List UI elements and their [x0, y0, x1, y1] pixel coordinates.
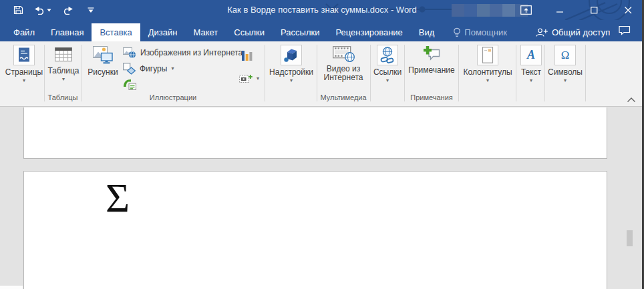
- table-button[interactable]: Таблица ▾: [47, 45, 80, 82]
- collapse-ribbon-button[interactable]: [627, 93, 636, 105]
- addins-button[interactable]: Надстройки ▾: [268, 45, 315, 83]
- screenshot-icon: [239, 73, 253, 84]
- tab-review[interactable]: Рецензирование: [327, 23, 410, 41]
- omega-icon: Ω: [561, 49, 570, 62]
- tab-insert[interactable]: Вставка: [92, 23, 140, 41]
- text-iconbox: A: [520, 45, 542, 65]
- dropdown-icon: ▾: [290, 78, 293, 83]
- group-separator: [544, 45, 545, 101]
- online-pictures-icon: [123, 47, 136, 59]
- tab-file[interactable]: Файл: [5, 23, 43, 41]
- online-pictures-button[interactable]: Изображения из Интернета: [123, 47, 243, 59]
- dropdown-icon: ▾: [564, 78, 567, 83]
- ribbon-display-options-icon[interactable]: [518, 3, 533, 17]
- group-label-tables: Таблицы: [41, 93, 84, 101]
- chart-button[interactable]: [242, 48, 253, 61]
- minimize-button[interactable]: [552, 3, 567, 17]
- shapes-icon: [123, 63, 136, 75]
- close-button[interactable]: [621, 3, 636, 17]
- tab-references[interactable]: Ссылки: [226, 23, 273, 41]
- links-globe-icon: [379, 47, 395, 64]
- group-separator: [265, 45, 265, 101]
- sigma-symbol: Σ: [106, 177, 130, 218]
- group-label-comments: Примечания: [404, 93, 459, 101]
- document-page-2[interactable]: Σ: [23, 171, 607, 289]
- chart-icon: [242, 48, 253, 61]
- shapes-button[interactable]: Фигуры ▾: [123, 63, 174, 75]
- dropdown-icon: ▾: [530, 78, 532, 83]
- tab-mailings[interactable]: Рассылки: [273, 23, 327, 41]
- assistant-label: Помощник: [464, 27, 507, 37]
- tab-home[interactable]: Главная: [43, 23, 92, 41]
- dropdown-icon: ▾: [171, 66, 174, 71]
- chevron-up-icon: [627, 97, 636, 103]
- smartart-button[interactable]: [123, 79, 136, 90]
- assistant-tab[interactable]: Помощник: [446, 23, 514, 41]
- links-button[interactable]: Ссылки ▾: [372, 45, 403, 83]
- tab-design[interactable]: Дизайн: [140, 23, 186, 41]
- dropdown-icon: ▾: [23, 78, 25, 83]
- word-window: Как в Ворде поставить знак суммы.docx - …: [0, 0, 644, 289]
- pictures-icon: [93, 46, 113, 64]
- feedback-bubble-icon[interactable]: [619, 25, 631, 38]
- group-separator: [585, 45, 586, 101]
- share-label: Общий доступ: [552, 27, 610, 37]
- group-separator: [516, 45, 516, 101]
- group-separator: [370, 45, 371, 101]
- blurred-account-name: [452, 4, 528, 17]
- pictures-button[interactable]: Рисунки: [85, 45, 121, 77]
- online-video-icon: [333, 45, 355, 62]
- text-button[interactable]: A Текст ▾: [518, 45, 544, 83]
- vertical-scrollbar-thumb[interactable]: [627, 230, 633, 246]
- pages-button[interactable]: Страницы ▾: [5, 45, 43, 83]
- online-video-button[interactable]: Видео из Интернета: [319, 45, 367, 82]
- group-label-illustrations: Иллюстрации: [82, 93, 264, 101]
- maximize-button[interactable]: [587, 3, 602, 17]
- document-page-1[interactable]: [23, 107, 607, 159]
- group-label-media: Мультимедиа: [317, 93, 370, 101]
- ribbon: Страницы ▾ Таблица ▾ Таблицы: [0, 41, 644, 107]
- cover-page-icon: [17, 47, 31, 63]
- smartart-icon: [123, 79, 136, 90]
- links-iconbox: [377, 45, 398, 65]
- symbols-iconbox: Ω: [554, 45, 576, 65]
- header-footer-button[interactable]: Колонтитулы ▾: [461, 45, 514, 83]
- dropdown-icon: ▾: [257, 76, 259, 81]
- dropdown-icon: ▾: [486, 78, 489, 83]
- person-plus-icon: [536, 28, 548, 37]
- horizontal-scrollbar-track: [0, 286, 23, 289]
- addins-cube-icon: [283, 47, 299, 63]
- new-comment-icon: [424, 46, 440, 61]
- table-icon: [55, 47, 72, 62]
- screenshot-button[interactable]: ▾: [239, 73, 259, 84]
- pages-iconbox: [13, 45, 35, 65]
- window-controls: [518, 0, 636, 20]
- comment-button[interactable]: Примечание: [407, 45, 456, 75]
- tab-layout[interactable]: Макет: [185, 23, 226, 41]
- tab-view[interactable]: Вид: [411, 23, 443, 41]
- titlebar: Как в Ворде поставить знак суммы.docx - …: [0, 0, 644, 20]
- document-area: Σ: [0, 107, 644, 289]
- dropdown-icon: ▾: [62, 77, 65, 82]
- symbols-button[interactable]: Ω Символы ▾: [546, 45, 584, 83]
- header-footer-iconbox: [477, 45, 498, 65]
- group-separator: [458, 45, 459, 101]
- dropdown-icon: ▾: [386, 78, 389, 83]
- addins-iconbox: [281, 45, 302, 65]
- lightbulb-icon: [453, 27, 461, 38]
- header-footer-icon: [481, 47, 494, 64]
- share-button[interactable]: Общий доступ: [536, 23, 610, 41]
- text-a-icon: A: [527, 48, 535, 62]
